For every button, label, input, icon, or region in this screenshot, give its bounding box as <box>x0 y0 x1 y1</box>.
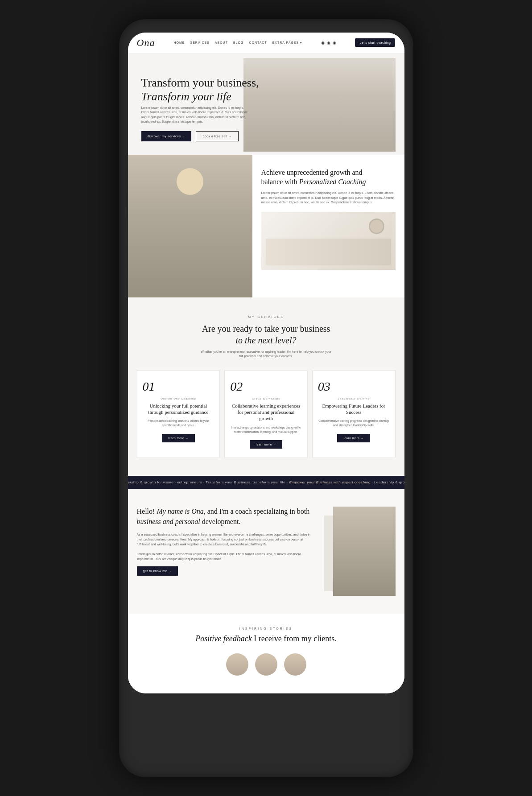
service-title-3: Empowering Future Leaders for Success <box>318 403 390 416</box>
avatar-3 <box>284 653 306 676</box>
hero-section: Transform your business, Transform your … <box>128 54 404 155</box>
nav-services[interactable]: SERVICES <box>190 41 210 44</box>
nav-menu: HOME SERVICES ABOUT BLOG CONTACT EXTRA P… <box>174 41 303 45</box>
service-num-2: 02 <box>230 379 302 394</box>
marquee-banner: ership & growth for women entrepreneurs … <box>128 476 404 489</box>
service-btn-3[interactable]: learn more → <box>337 434 370 442</box>
coaching-body: Lorem ipsum dolor sit amet, consectetur … <box>261 191 396 205</box>
about-person-image <box>333 507 396 596</box>
service-num-1: 01 <box>143 379 214 394</box>
about-body-2: Lorem ipsum dolor sit amet, consectetur … <box>137 552 311 561</box>
service-title-2: Collaborative learning experiences for p… <box>230 403 302 422</box>
nav-extra[interactable]: EXTRA PAGES ▾ <box>272 41 302 45</box>
about-woman-photo <box>333 507 396 596</box>
social-icons: ◉ ◉ ◉ <box>321 41 336 45</box>
marquee-text: ership & growth for women entrepreneurs … <box>128 480 404 484</box>
service-title-1: Unlocking your full potential through pe… <box>143 403 214 416</box>
testimonials-section: INSPIRING STORIES Positive feedback I re… <box>128 614 404 693</box>
nav-contact[interactable]: CONTACT <box>249 41 267 44</box>
service-type-3: Leadership Training <box>318 397 390 400</box>
coaching-content: Achieve unprecedented growth and balance… <box>252 155 404 297</box>
testimonials-label: INSPIRING STORIES <box>137 627 396 630</box>
hero-buttons: discover my services → book a free call … <box>141 131 279 141</box>
about-section: Hello! My name is Ona, and I'm a coach s… <box>128 489 404 614</box>
testimonial-avatars <box>137 653 396 685</box>
coaching-section: Achieve unprecedented growth and balance… <box>128 155 404 297</box>
services-title: Are you ready to take your business to t… <box>137 323 396 346</box>
cta-button[interactable]: Let's start coaching <box>355 38 395 47</box>
avatar-2 <box>255 653 277 676</box>
brand-logo[interactable]: Ona <box>137 37 155 49</box>
service-num-3: 03 <box>318 379 390 394</box>
avatar-1 <box>226 653 248 676</box>
about-image-container <box>324 507 396 596</box>
keyboard-visual <box>266 239 391 265</box>
hero-title: Transform your business, Transform your … <box>141 76 279 103</box>
service-desc-2: Interactive group sessions and workshops… <box>230 425 302 434</box>
nav-home[interactable]: HOME <box>174 41 185 44</box>
keyboard-watch-image <box>261 212 396 270</box>
watch-visual <box>369 219 384 234</box>
service-type-2: Group Workshops <box>230 397 302 400</box>
phone-frame: Ona HOME SERVICES ABOUT BLOG CONTACT EXT… <box>119 19 413 777</box>
services-section: MY SERVICES Are you ready to take your b… <box>128 297 404 476</box>
services-label: MY SERVICES <box>137 315 396 318</box>
navbar: Ona HOME SERVICES ABOUT BLOG CONTACT EXT… <box>128 33 404 54</box>
coaching-person-image <box>128 155 252 297</box>
nav-blog[interactable]: BLOG <box>233 41 243 44</box>
service-desc-1: Personalized coaching sessions tailored … <box>143 419 214 428</box>
phone-screen: Ona HOME SERVICES ABOUT BLOG CONTACT EXT… <box>128 33 404 693</box>
service-card-3: 03 Leadership Training Empowering Future… <box>312 370 396 458</box>
service-btn-1[interactable]: learn more → <box>162 434 194 442</box>
service-btn-2[interactable]: learn more → <box>250 440 282 449</box>
hero-content: Transform your business, Transform your … <box>141 76 279 141</box>
testimonials-title: Positive feedback I receive from my clie… <box>137 634 396 644</box>
about-content: Hello! My name is Ona, and I'm a coach s… <box>137 507 315 596</box>
youtube-icon[interactable]: ◉ <box>333 41 336 45</box>
services-subtitle: Whether you're an entrepreneur, executiv… <box>199 350 333 359</box>
woman-photo <box>128 155 252 297</box>
get-to-know-button[interactable]: get to know me → <box>137 566 178 576</box>
about-body-1: As a seasoned business coach, I speciali… <box>137 532 311 547</box>
pinterest-icon[interactable]: ◉ <box>327 41 330 45</box>
nav-about[interactable]: ABOUT <box>215 41 228 44</box>
service-desc-3: Comprehensive training programs designed… <box>318 419 390 428</box>
about-title: Hello! My name is Ona, and I'm a coach s… <box>137 507 311 527</box>
coaching-title: Achieve unprecedented growth and balance… <box>261 168 396 187</box>
service-card-2: 02 Group Workshops Collaborative learnin… <box>224 370 308 458</box>
service-card-1: 01 One-on-One Coaching Unlocking your fu… <box>137 370 220 458</box>
hero-body: Lorem ipsum dolor sit amet, consectetur … <box>141 106 248 124</box>
services-grid: 01 One-on-One Coaching Unlocking your fu… <box>137 370 396 458</box>
service-type-1: One-on-One Coaching <box>143 397 214 400</box>
discover-services-button[interactable]: discover my services → <box>141 131 192 141</box>
book-call-button[interactable]: book a free call → <box>196 131 238 141</box>
instagram-icon[interactable]: ◉ <box>321 41 325 45</box>
